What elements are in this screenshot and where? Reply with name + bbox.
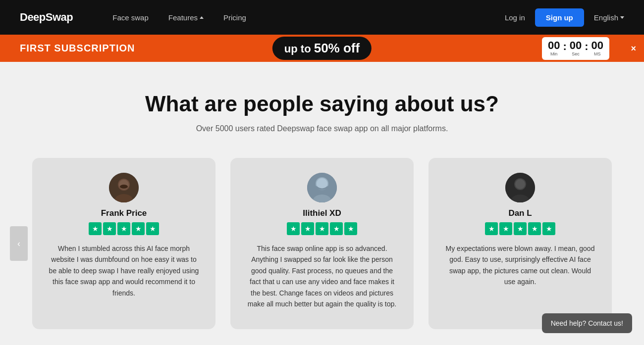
star-4: ★ (132, 222, 145, 235)
star-3: ★ (117, 222, 130, 235)
review-card-1: Ilithiel XD ★ ★ ★ ★ ★ This face swap onl… (230, 158, 414, 329)
login-link[interactable]: Log in (505, 13, 525, 22)
chevron-down-icon (620, 16, 624, 19)
stars-0: ★ ★ ★ ★ ★ (89, 222, 159, 235)
star-2: ★ (103, 222, 116, 235)
svg-point-12 (515, 179, 525, 189)
star-1: ★ (485, 222, 498, 235)
timer-colon-2: : (585, 40, 588, 53)
help-contact-button[interactable]: Need help? Contact us! (542, 313, 632, 333)
star-1: ★ (89, 222, 102, 235)
nav-pricing[interactable]: Pricing (223, 13, 246, 22)
timer-ms: 00 MS (591, 40, 603, 56)
avatar-ilithiel-xd (307, 173, 337, 202)
star-5: ★ (542, 222, 555, 235)
promo-timer: 00 Min : 00 Sec : 00 MS (542, 37, 609, 60)
section-subheading: Over 5000 users rated Deepswap face swap… (20, 124, 624, 133)
star-2: ★ (499, 222, 512, 235)
reviewer-name-2: Dan L (508, 208, 532, 218)
logo[interactable]: DeepSwap (20, 11, 73, 24)
timer-minutes: 00 Min (548, 40, 560, 56)
timer-colon-1: : (563, 40, 566, 53)
language-selector[interactable]: English (594, 13, 624, 22)
timer-seconds: 00 Sec (570, 40, 582, 56)
close-banner-button[interactable]: × (631, 43, 636, 53)
avatar-dan-l (505, 173, 535, 202)
stars-2: ★ ★ ★ ★ ★ (485, 222, 555, 235)
reviewer-name-0: Frank Price (101, 208, 147, 218)
nav-links: Face swap Features Pricing (112, 13, 505, 22)
review-card-2: Dan L ★ ★ ★ ★ ★ My expectations were blo… (429, 158, 612, 329)
star-4: ★ (528, 222, 541, 235)
promo-badge: up to 50% off (272, 37, 372, 60)
star-1: ★ (287, 222, 300, 235)
navbar-right: Log in Sign up English (505, 8, 624, 27)
star-4: ★ (330, 222, 343, 235)
chevron-up-icon (200, 16, 204, 19)
reviewer-name-1: Ilithiel XD (303, 208, 341, 218)
promo-banner: FIRST SUBSCRIPTION up to 50% off 00 Min … (0, 35, 644, 62)
star-3: ★ (316, 222, 328, 235)
left-arrow-button[interactable]: ‹ (10, 226, 28, 261)
reviews-container: ‹ Frank Price ★ ★ ★ ★ ★ When I stumb (20, 158, 624, 329)
review-text-2: My expectations were blown away. I mean,… (443, 243, 597, 288)
navbar: DeepSwap Face swap Features Pricing Log … (0, 0, 644, 35)
review-card-0: Frank Price ★ ★ ★ ★ ★ When I stumbled ac… (32, 158, 215, 329)
signup-button[interactable]: Sign up (535, 8, 584, 27)
review-text-1: This face swap online app is so advanced… (245, 243, 399, 309)
promo-title: FIRST SUBSCRIPTION (20, 43, 135, 54)
avatar-frank-price (109, 173, 139, 202)
section-heading: What are people saying about us? (20, 92, 624, 116)
star-2: ★ (301, 222, 314, 235)
nav-features[interactable]: Features (168, 13, 204, 22)
svg-point-4 (120, 185, 128, 189)
review-text-0: When I stumbled across this AI face morp… (47, 243, 201, 298)
nav-face-swap[interactable]: Face swap (112, 13, 149, 22)
star-5: ★ (344, 222, 357, 235)
stars-1: ★ ★ ★ ★ ★ (287, 222, 357, 235)
promo-badge-text: up to 50% off (284, 43, 360, 55)
star-5: ★ (146, 222, 159, 235)
star-3: ★ (514, 222, 527, 235)
main-content: What are people saying about us? Over 50… (0, 62, 644, 345)
